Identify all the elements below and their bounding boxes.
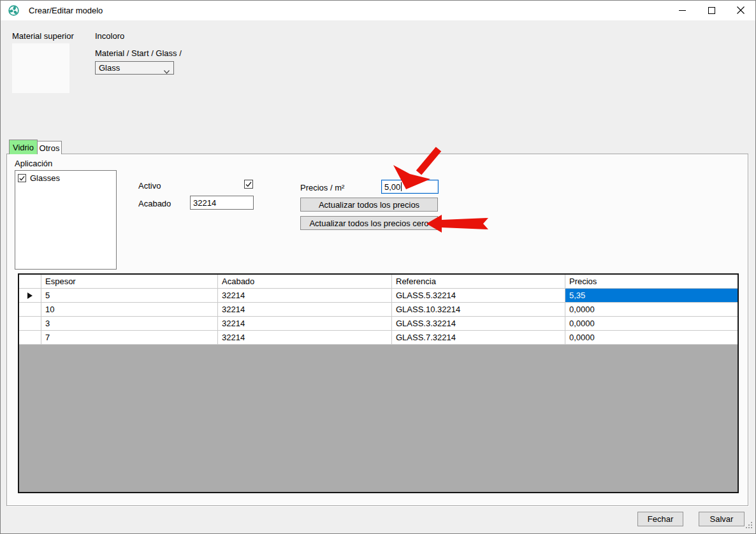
precios-label: Precios / m² xyxy=(300,183,344,192)
breadcrumb: Material / Start / Glass / xyxy=(95,48,182,58)
cell-precios[interactable]: 0,0000 xyxy=(565,331,738,345)
material-color-name: Incoloro xyxy=(95,31,124,41)
activo-checkbox[interactable] xyxy=(244,180,253,189)
column-header-referencia[interactable]: Referencia xyxy=(392,275,565,289)
table-row[interactable]: 5 32214 GLASS.5.32214 5,35 xyxy=(19,289,738,303)
material-preview-image xyxy=(12,43,69,93)
cell-acabado[interactable]: 32214 xyxy=(218,331,392,345)
cell-espesor[interactable]: 7 xyxy=(41,331,218,345)
cell-precios[interactable]: 0,0000 xyxy=(565,303,738,317)
cell-precios-selected[interactable]: 5,35 xyxy=(565,289,738,303)
cell-espesor[interactable]: 10 xyxy=(41,303,218,317)
text-caret xyxy=(401,182,402,191)
maximize-button[interactable] xyxy=(697,1,726,20)
column-header-acabado[interactable]: Acabado xyxy=(218,275,392,289)
prices-data-grid[interactable]: Espesor Acabado Referencia Precios 5 322… xyxy=(18,273,739,493)
close-icon xyxy=(737,6,745,14)
cell-referencia[interactable]: GLASS.7.32214 xyxy=(392,331,565,345)
grid-header-row: Espesor Acabado Referencia Precios xyxy=(19,275,738,289)
cell-referencia[interactable]: GLASS.10.32214 xyxy=(392,303,565,317)
tab-otros-label: Otros xyxy=(40,143,60,153)
dialog-window: Crear/Editar modelo Material superior In… xyxy=(0,0,756,534)
cell-acabado[interactable]: 32214 xyxy=(218,303,392,317)
minimize-button[interactable] xyxy=(667,1,697,20)
title-bar: Crear/Editar modelo xyxy=(1,1,755,20)
list-item-glasses[interactable]: Glasses xyxy=(15,171,116,183)
column-header-espesor[interactable]: Espesor xyxy=(41,275,218,289)
cell-espesor[interactable]: 3 xyxy=(41,317,218,331)
row-selector-cell[interactable] xyxy=(19,289,41,303)
glasses-item-label: Glasses xyxy=(30,173,60,183)
tab-vidrio-label: Vidrio xyxy=(13,143,34,152)
window-title: Crear/Editar modelo xyxy=(29,6,103,15)
update-all-prices-zero-label: Actualizar todos los precios cero xyxy=(309,219,428,228)
material-dropdown[interactable]: Glass xyxy=(95,61,174,75)
glasses-checkbox[interactable] xyxy=(18,174,26,182)
precios-value: 5,00 xyxy=(384,182,400,192)
app-logo-icon xyxy=(8,5,19,16)
acabado-value: 32214 xyxy=(193,198,216,208)
tab-otros[interactable]: Otros xyxy=(38,141,62,154)
material-superior-label: Material superior xyxy=(12,31,74,41)
check-icon xyxy=(245,180,252,188)
cell-precios[interactable]: 0,0000 xyxy=(565,317,738,331)
precios-input[interactable]: 5,00 xyxy=(381,180,439,194)
minimize-icon xyxy=(679,7,686,14)
fechar-button-label: Fechar xyxy=(648,514,673,524)
close-button[interactable] xyxy=(726,1,755,20)
tab-vidrio[interactable]: Vidrio xyxy=(9,140,38,154)
cell-referencia[interactable]: GLASS.5.32214 xyxy=(392,289,565,303)
row-selector-cell[interactable] xyxy=(19,317,41,331)
resize-grip-icon xyxy=(746,522,753,529)
acabado-label: Acabado xyxy=(138,199,171,208)
aplicacion-listbox[interactable]: Glasses xyxy=(15,170,117,270)
row-selector-header xyxy=(19,275,41,289)
table-row[interactable]: 10 32214 GLASS.10.32214 0,0000 xyxy=(19,303,738,317)
row-selector-cell[interactable] xyxy=(19,303,41,317)
salvar-button-label: Salvar xyxy=(710,514,734,524)
update-all-prices-label: Actualizar todos los precios xyxy=(319,200,419,210)
fechar-button[interactable]: Fechar xyxy=(637,512,683,526)
activo-label: Activo xyxy=(138,181,161,191)
aplicacion-label: Aplicación xyxy=(15,159,52,168)
material-dropdown-value: Glass xyxy=(99,63,120,73)
chevron-down-icon xyxy=(164,66,170,76)
table-row[interactable]: 3 32214 GLASS.3.32214 0,0000 xyxy=(19,317,738,331)
current-row-arrow-icon xyxy=(27,292,33,299)
column-header-precios[interactable]: Precios xyxy=(565,275,738,289)
update-all-prices-zero-button[interactable]: Actualizar todos los precios cero xyxy=(300,216,438,230)
maximize-icon xyxy=(708,7,715,14)
salvar-button[interactable]: Salvar xyxy=(699,512,745,526)
cell-espesor[interactable]: 5 xyxy=(41,289,218,303)
acabado-input[interactable]: 32214 xyxy=(190,196,254,210)
cell-referencia[interactable]: GLASS.3.32214 xyxy=(392,317,565,331)
resize-grip-handle[interactable] xyxy=(746,521,753,531)
row-selector-cell[interactable] xyxy=(19,331,41,345)
cell-acabado[interactable]: 32214 xyxy=(218,317,392,331)
update-all-prices-button[interactable]: Actualizar todos los precios xyxy=(300,198,438,212)
table-row[interactable]: 7 32214 GLASS.7.32214 0,0000 xyxy=(19,331,738,345)
cell-acabado[interactable]: 32214 xyxy=(218,289,392,303)
check-icon xyxy=(18,175,25,182)
